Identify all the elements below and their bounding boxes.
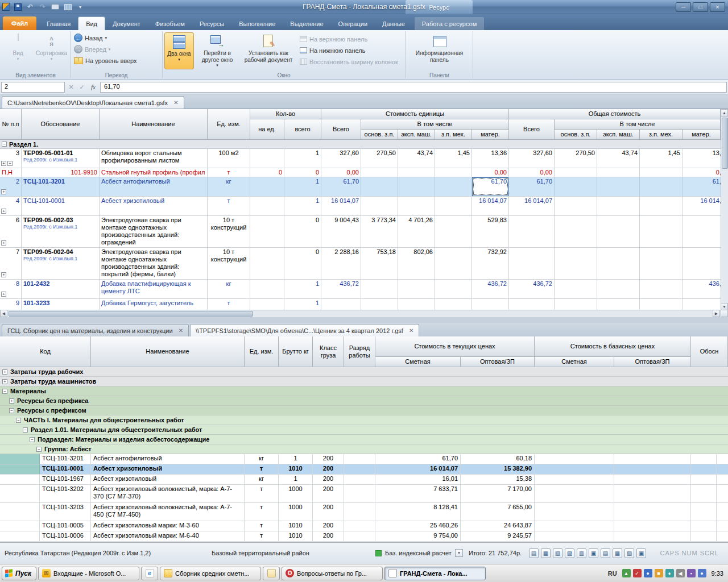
scroll-left-icon[interactable]: ◀ [0,310,7,317]
taskbar-button[interactable]: ✉Входящие - Microsoft O... [38,567,139,580]
estimate-row[interactable]: 7+ТЕР09-05-002-04Ред.2009г. с Изм.вып.1Э… [0,248,721,280]
ribbon-tab[interactable]: Операции [331,17,375,30]
collapse-icon[interactable]: − [30,437,35,442]
collapse-icon[interactable]: − [2,142,7,147]
close-tab-icon[interactable]: ✕ [409,327,413,334]
document-tab[interactable]: C:\Users\NetrebenkoOV\Desktop\Локальная … [2,96,184,109]
form-view-icon[interactable]: ▧ [553,548,562,558]
file-tab[interactable]: Файл [3,16,36,30]
info-panel-button[interactable]: Информационная панель [410,32,470,69]
back-button[interactable]: ← Назад▾ [72,32,160,43]
table-view-icon[interactable]: ▦ [541,548,551,558]
set-working-document-button[interactable]: Установить как рабочий документ [241,32,296,69]
expand-icon[interactable]: + [9,398,14,404]
price-row[interactable]: ТСЦ-101-0001Асбест хризотиловыйт10102001… [0,464,728,475]
expand-icon[interactable]: + [1,189,6,194]
price-group-row[interactable]: +Затраты труда машинистов [0,377,728,386]
collapse-icon[interactable]: − [36,447,42,452]
estimate-vertical-scrollbar[interactable]: ▲ ▼ [721,109,728,310]
document-view-icon[interactable]: ▤ [529,548,539,558]
ribbon-tab[interactable]: Документ [105,17,148,30]
close-button[interactable]: × [710,2,725,12]
expand-icon[interactable]: + [1,272,6,277]
info-icon[interactable]: ▣ [636,548,646,558]
taskbar-button[interactable]: ОВопросы-ответы по Гр... [282,567,383,580]
two-windows-button[interactable]: Два окна▾ [164,32,194,69]
price-row[interactable]: ТСЦ-101-1967Асбест хризотиловыйкг120016,… [0,475,728,485]
settings-icon[interactable]: ▧ [624,548,634,558]
estimate-row[interactable]: 9101-3233Добавка Гермогуст, загустительт… [0,299,721,310]
collapse-icon[interactable]: − [2,389,7,394]
expand-icon[interactable]: + [1,240,6,246]
cancel-icon[interactable]: ✕ [67,84,76,91]
start-button[interactable]: Пуск [2,567,36,580]
formula-value-input[interactable]: 61,70 [100,82,727,93]
estimate-row[interactable]: 4+ТСЦ-101-0001Асбест хризотиловыйт116 01… [0,197,721,216]
estimate-row[interactable]: 8+101-2432Добавка пластифицирующая к цем… [0,280,721,299]
price-row[interactable]: ТСЦ-101-0005Асбест хризотиловый марки: М… [0,521,728,531]
price-group-row[interactable]: −Ресурсы с префиксом [0,406,728,415]
to-top-panel-button[interactable]: На верхнюю панель [298,34,400,44]
update-icon[interactable]: ▲ [622,569,631,577]
collapse-icon[interactable]: − [23,427,28,433]
price-row[interactable]: ТСЦ-101-3202Асбест хризотиловый волокнис… [0,485,728,503]
estimate-row[interactable]: П,Н101-9910Стальной гнутый профиль (проф… [0,168,721,177]
antivirus-icon[interactable]: ✓ [633,569,642,577]
chart-view-icon[interactable]: ▥ [577,548,586,558]
estimate-horizontal-scrollbar[interactable]: ◀ ▶ [0,310,728,317]
preview-icon[interactable]: ▣ [589,548,598,558]
shield-icon[interactable]: ● [698,569,706,577]
volume-icon[interactable]: ◀ [676,569,685,577]
price-row[interactable]: ТСЦ-101-3203Асбест хризотиловый волокнис… [0,503,728,521]
calc-mode-selector[interactable]: Баз. индексный расчет [385,550,452,556]
sort-button[interactable]: АЯ Сортировка▾ [35,32,68,69]
up-level-button[interactable]: На уровень вверх [72,55,160,66]
price-row[interactable]: ТСЦ-101-0006Асбест хризотиловый марки: М… [0,531,728,542]
scrollbar-thumb[interactable] [722,118,728,169]
price-group-row[interactable]: −Материалы [0,386,728,396]
minimize-button[interactable]: ─ [676,2,691,12]
ribbon-tab[interactable]: Главная [39,17,78,30]
forward-button[interactable]: → Вперед▾ [72,44,160,55]
estimate-row[interactable]: 2+ТСЦ-101-3201Асбест антофилитовыйкг161,… [0,177,721,197]
collapse-icon[interactable]: − [16,418,21,423]
ribbon-tab[interactable]: Выделение [283,17,330,30]
scrollbar-thumb[interactable] [9,311,253,317]
taskbar-button[interactable]: ГРАНД-Смета - Лока... [384,567,486,580]
price-group-row[interactable]: −ЧАСТЬ I. Материалы для общестроительных… [0,415,728,425]
ribbon-tab[interactable]: Выполнение [231,17,283,30]
language-indicator[interactable]: RU [606,569,619,578]
ribbon-tab[interactable]: Ресурсы [192,17,231,30]
price-row[interactable]: ТСЦ-101-3201Асбест антофилитовыйкг120061… [0,454,728,464]
collapse-icon[interactable]: − [9,408,14,413]
taskbar-quick-button[interactable] [263,567,280,580]
layers-icon[interactable]: ▦ [613,548,622,558]
report-view-icon[interactable]: ▨ [565,548,574,558]
ribbon-tab-contextual[interactable]: Работа с ресурсом [415,17,484,30]
network-icon[interactable]: ■ [655,569,663,577]
resource-book-tab[interactable]: \\TPEPFS1\storage\SMO\Для обмена\С...\Це… [190,324,419,336]
taskbar-quick-button[interactable]: e [141,567,158,580]
expand-icon[interactable]: + [1,161,6,166]
resource-book-tab[interactable]: ГСЦ. Сборник цен на материалы, изделия и… [2,324,189,336]
price-group-row[interactable]: −Раздел 1.01. Материалы для общестроител… [0,425,728,435]
calc-mode-dropdown-icon[interactable]: ▾ [455,549,463,557]
estimate-section-row[interactable]: −Раздел 1. [0,140,721,149]
close-tab-icon[interactable]: ✕ [179,327,183,334]
price-group-row[interactable]: +Затраты труда рабочих [0,367,728,377]
scroll-up-icon[interactable]: ▲ [721,109,728,117]
price-group-row[interactable]: +Ресурсы без префикса [0,396,728,406]
confirm-icon[interactable]: ✓ [77,84,86,91]
view-button[interactable]: Вид▾ [3,32,33,69]
goto-other-window-button[interactable]: Перейти в другое окно▾ [196,32,239,69]
taskbar-button[interactable]: Сборник средних сметн... [160,567,261,580]
scroll-down-icon[interactable]: ▼ [721,303,728,310]
scroll-right-icon[interactable]: ▶ [713,310,720,317]
cell-reference-input[interactable]: 2 [1,82,65,93]
messenger-icon[interactable]: ♦ [665,569,674,577]
restore-column-width-button[interactable]: Восстановить ширину колонок [298,56,400,67]
estimate-row[interactable]: 6+ТЕР09-05-002-03Ред.2009г. с Изм.вып.1Э… [0,216,721,248]
price-group-row[interactable]: −Подраздел: Материалы и изделия асбестос… [0,435,728,444]
expand-icon[interactable]: + [1,209,6,214]
book-icon[interactable]: ▤ [601,548,610,558]
